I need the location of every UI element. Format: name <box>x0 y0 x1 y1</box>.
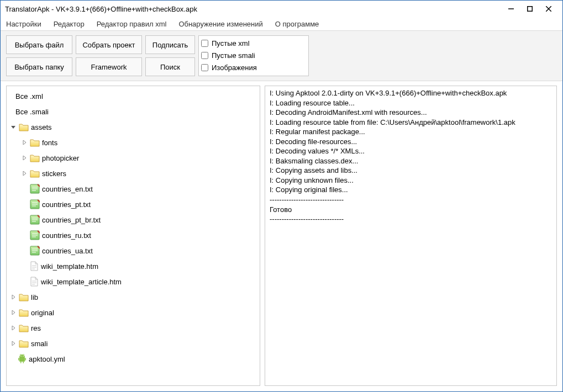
maximize-button[interactable] <box>520 3 539 15</box>
log-line: I: Decoding values */* XMLs... <box>270 146 552 156</box>
log-line: I: Using Apktool 2.0.1-dirty on VK+3.9.1… <box>270 88 552 98</box>
log-line: I: Loading resource table... <box>270 98 552 108</box>
chevron-down-icon[interactable] <box>10 125 17 129</box>
tree-countries-ua-label: countries_ua.txt <box>42 247 93 255</box>
tree-original[interactable]: original <box>8 305 259 320</box>
tree-wiki-template[interactable]: wiki_template.htm <box>8 258 259 274</box>
chevron-right-icon[interactable] <box>21 140 28 145</box>
sign-button[interactable]: Подписать <box>145 35 195 54</box>
svg-rect-35 <box>20 362 22 363</box>
menu-editor[interactable]: Редактор <box>51 19 87 29</box>
menu-about[interactable]: О программе <box>273 19 322 29</box>
tree-photopicker-label: photopicker <box>42 154 79 162</box>
tree-apktool-yml[interactable]: apktool.yml <box>8 351 259 367</box>
filter-images-checkbox[interactable] <box>201 64 208 71</box>
tree-fonts[interactable]: fonts <box>8 135 259 150</box>
log-line: I: Loading resource table from file: C:\… <box>270 118 552 128</box>
filter-empty-xml[interactable]: Пустые xml <box>201 37 306 49</box>
close-icon <box>546 6 551 12</box>
file-tree[interactable]: Все .xml Все .smali assets <box>6 86 260 386</box>
tree-wiki-template-label: wiki_template.htm <box>41 262 98 271</box>
log-line: I: Copying unknown files... <box>270 176 552 186</box>
svg-point-31 <box>20 356 22 357</box>
minimize-button[interactable] <box>502 3 520 15</box>
filter-empty-xml-label: Пустые xml <box>212 39 250 47</box>
menu-xml-rules-editor[interactable]: Редактор правил xml <box>94 19 169 29</box>
tree-stickers[interactable]: stickers <box>8 166 259 181</box>
log-separator: ------------------------------- <box>270 195 552 205</box>
log-line: I: Baksmaling classes.dex... <box>270 156 552 166</box>
tree-all-xml[interactable]: Все .xml <box>8 88 259 104</box>
toolbar: Выбрать файл Выбрать папку Собрать проек… <box>1 30 562 81</box>
folder-icon <box>19 324 29 332</box>
tree-smali-label: smali <box>31 340 48 348</box>
tree-countries-ua[interactable]: countries_ua.txt <box>8 243 259 258</box>
tree-countries-pt-label: countries_pt.txt <box>42 200 91 209</box>
text-file-icon <box>30 246 40 256</box>
filter-empty-xml-checkbox[interactable] <box>201 40 208 47</box>
tree-assets[interactable]: assets <box>8 119 259 135</box>
select-file-button[interactable]: Выбрать файл <box>6 35 72 54</box>
filter-images[interactable]: Изображения <box>201 61 306 73</box>
tree-all-smali-label: Все .smali <box>15 108 49 116</box>
text-file-icon <box>30 184 40 194</box>
close-button[interactable] <box>539 3 558 15</box>
filter-empty-smali[interactable]: Пустые smali <box>201 49 306 61</box>
log-line: I: Decoding AndroidManifest.xml with res… <box>270 108 552 118</box>
chevron-right-icon[interactable] <box>10 326 17 330</box>
tree-fonts-label: fonts <box>42 139 57 147</box>
tree-wiki-template-article-label: wiki_template_article.htm <box>41 278 122 286</box>
tree-apktool-yml-label: apktool.yml <box>29 355 65 363</box>
chevron-right-icon[interactable] <box>10 295 17 299</box>
titlebar: TranslatorApk - VK+3.9.1+(666)+Offline+w… <box>1 1 562 17</box>
log-panel[interactable]: I: Using Apktool 2.0.1-dirty on VK+3.9.1… <box>265 86 557 386</box>
folder-icon <box>19 293 29 301</box>
chevron-right-icon[interactable] <box>10 310 17 315</box>
chevron-right-icon[interactable] <box>21 156 28 160</box>
filter-empty-smali-checkbox[interactable] <box>201 52 208 59</box>
maximize-icon <box>527 6 533 12</box>
svg-rect-30 <box>19 357 25 362</box>
search-button[interactable]: Поиск <box>145 57 195 76</box>
folder-icon <box>30 169 40 178</box>
folder-icon <box>19 123 29 131</box>
tree-countries-pt-br[interactable]: countries_pt_br.txt <box>8 212 259 227</box>
svg-line-38 <box>24 354 25 356</box>
menu-settings[interactable]: Настройки <box>4 19 44 29</box>
filter-empty-smali-label: Пустые smali <box>212 51 255 60</box>
log-line: I: Copying assets and libs... <box>270 166 552 176</box>
document-icon <box>30 261 39 271</box>
tree-res[interactable]: res <box>8 320 259 336</box>
tree-countries-pt[interactable]: countries_pt.txt <box>8 197 259 212</box>
log-line: I: Regular manifest package... <box>270 127 552 137</box>
filter-panel[interactable]: Пустые xml Пустые smali Изображения <box>198 35 309 76</box>
svg-rect-33 <box>18 358 19 361</box>
document-icon <box>30 277 39 287</box>
chevron-right-icon[interactable] <box>10 341 17 346</box>
tree-lib[interactable]: lib <box>8 289 259 305</box>
folder-icon <box>30 153 40 162</box>
tree-lib-label: lib <box>31 293 38 301</box>
svg-rect-34 <box>25 358 27 361</box>
menu-change-detection[interactable]: Обнаружение изменений <box>176 19 265 29</box>
tree-countries-ru-label: countries_ru.txt <box>42 231 91 240</box>
tree-smali[interactable]: smali <box>8 336 259 351</box>
app-window: TranslatorApk - VK+3.9.1+(666)+Offline+w… <box>0 0 563 392</box>
text-file-icon <box>30 199 40 209</box>
tree-assets-label: assets <box>31 123 52 131</box>
chevron-right-icon[interactable] <box>21 171 28 176</box>
tree-countries-en[interactable]: countries_en.txt <box>8 181 259 197</box>
tree-wiki-template-article[interactable]: wiki_template_article.htm <box>8 274 259 289</box>
framework-button[interactable]: Framework <box>76 57 142 76</box>
tree-countries-en-label: countries_en.txt <box>42 185 93 193</box>
svg-point-32 <box>23 356 24 357</box>
tree-photopicker[interactable]: photopicker <box>8 150 259 166</box>
tree-all-smali[interactable]: Все .smali <box>8 104 259 119</box>
text-file-icon <box>30 230 40 240</box>
text-file-icon <box>30 215 40 225</box>
select-folder-button[interactable]: Выбрать папку <box>6 57 72 76</box>
tree-countries-ru[interactable]: countries_ru.txt <box>8 227 259 243</box>
svg-line-37 <box>20 354 21 356</box>
build-project-button[interactable]: Собрать проект <box>76 35 142 54</box>
tree-countries-pt-br-label: countries_pt_br.txt <box>42 216 101 224</box>
